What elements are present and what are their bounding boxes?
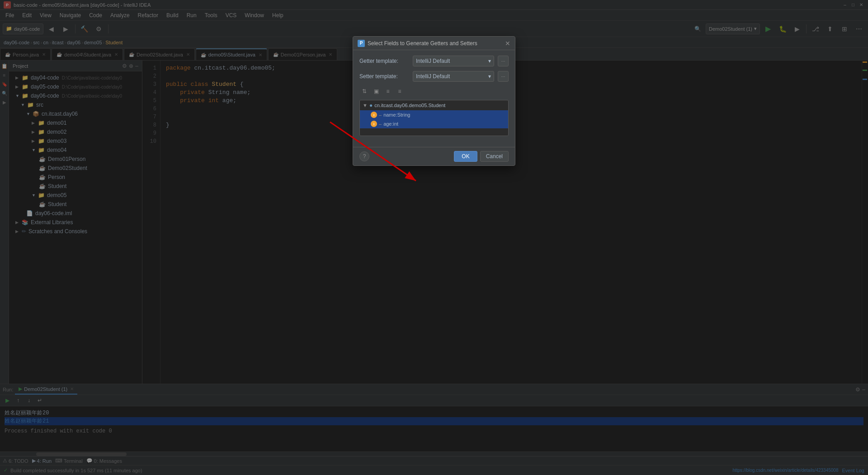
modal-toolbar: ⇅ ▣ ≡ ≡ — [359, 86, 509, 96]
field-icon-dot-2: – — [379, 121, 382, 127]
filter-button[interactable]: ▣ — [371, 86, 381, 96]
setter-settings-button[interactable]: ··· — [498, 71, 509, 82]
field-icon-name: i — [371, 112, 377, 118]
modal-dialog: P Select Fields to Generate Getters and … — [353, 36, 515, 166]
modal-close-button[interactable]: ✕ — [505, 40, 510, 47]
ok-button[interactable]: OK — [454, 151, 477, 162]
field-icon-age: i — [371, 121, 377, 127]
setter-chevron-icon: ▾ — [488, 73, 491, 80]
getter-template-dropdown[interactable]: IntelliJ Default ▾ — [413, 56, 494, 66]
sort-button[interactable]: ⇅ — [359, 86, 369, 96]
modal-class-name: cn.itcast.day06.demo05.Student — [374, 103, 445, 108]
modal-title-bar: P Select Fields to Generate Getters and … — [353, 37, 515, 50]
modal-footer: ? OK Cancel — [353, 147, 515, 165]
setter-label: Setter template: — [359, 73, 409, 80]
setter-template-dropdown[interactable]: IntelliJ Default ▾ — [413, 71, 494, 82]
modal-body: Getter template: IntelliJ Default ▾ ··· … — [353, 50, 515, 147]
field-label-age: age:int — [383, 121, 398, 127]
getter-label: Getter template: — [359, 58, 409, 64]
field-label-name: name:String — [383, 112, 410, 118]
getter-settings-button[interactable]: ··· — [498, 56, 509, 66]
align-center-button[interactable]: ≡ — [395, 86, 405, 96]
modal-title-icon: P — [358, 40, 365, 47]
getter-chevron-icon: ▾ — [488, 58, 491, 64]
modal-action-buttons: OK Cancel — [454, 151, 509, 162]
getter-template-row: Getter template: IntelliJ Default ▾ ··· — [359, 56, 509, 66]
tree-collapse-icon: ▼ — [363, 103, 368, 108]
modal-title-text: Select Fields to Generate Getters and Se… — [368, 40, 505, 47]
setter-template-row: Setter template: IntelliJ Default ▾ ··· — [359, 71, 509, 82]
getter-value: IntelliJ Default — [416, 58, 450, 64]
field-icon-dot: – — [379, 112, 382, 118]
modal-tree-root-item[interactable]: ▼ ● cn.itcast.day06.demo05.Student — [360, 100, 508, 110]
modal-field-tree[interactable]: ▼ ● cn.itcast.day06.demo05.Student i – n… — [359, 100, 509, 136]
setter-value: IntelliJ Default — [416, 73, 450, 80]
align-left-button[interactable]: ≡ — [383, 86, 393, 96]
modal-field-age[interactable]: i – age:int — [360, 119, 508, 128]
help-button[interactable]: ? — [359, 151, 369, 161]
modal-overlay: P Select Fields to Generate Getters and … — [0, 0, 868, 475]
class-circle-icon: ● — [369, 102, 373, 108]
cancel-button[interactable]: Cancel — [480, 151, 509, 162]
modal-field-name[interactable]: i – name:String — [360, 110, 508, 119]
